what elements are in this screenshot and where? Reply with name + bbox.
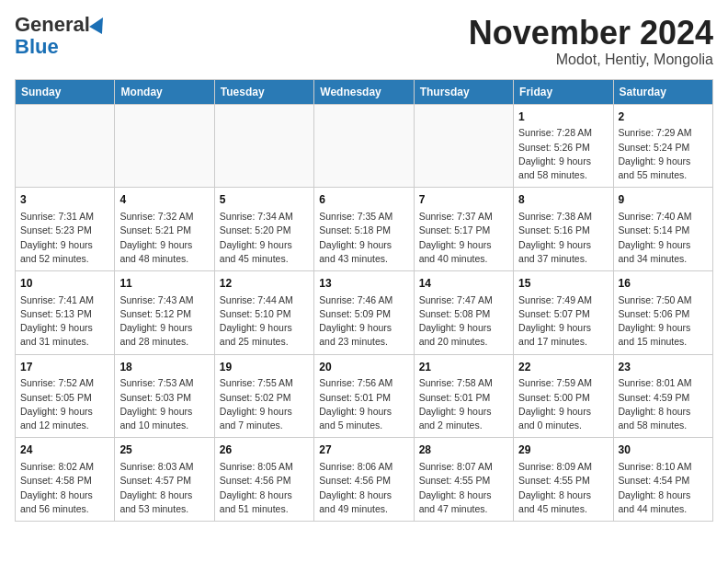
day-number: 11 <box>119 276 209 292</box>
calendar-week-row: 17Sunrise: 7:52 AM Sunset: 5:05 PM Dayli… <box>16 354 713 438</box>
location-subtitle: Modot, Hentiy, Mongolia <box>469 52 713 68</box>
day-info: Sunrise: 7:47 AM Sunset: 5:08 PM Dayligh… <box>419 293 508 350</box>
day-info: Sunrise: 7:49 AM Sunset: 5:07 PM Dayligh… <box>518 293 608 350</box>
day-info: Sunrise: 8:07 AM Sunset: 4:55 PM Dayligh… <box>419 460 508 516</box>
day-info: Sunrise: 7:53 AM Sunset: 5:03 PM Dayligh… <box>119 376 209 432</box>
day-number: 9 <box>619 192 708 208</box>
day-info: Sunrise: 7:58 AM Sunset: 5:01 PM Dayligh… <box>419 376 508 432</box>
calendar-weekday-header: Wednesday <box>314 79 414 104</box>
day-number: 28 <box>419 442 508 458</box>
day-info: Sunrise: 7:56 AM Sunset: 5:01 PM Dayligh… <box>319 376 408 432</box>
day-info: Sunrise: 8:03 AM Sunset: 4:57 PM Dayligh… <box>119 460 209 516</box>
calendar-day-cell: 22Sunrise: 7:59 AM Sunset: 5:00 PM Dayli… <box>514 354 613 438</box>
calendar-day-cell: 14Sunrise: 7:47 AM Sunset: 5:08 PM Dayli… <box>414 270 513 354</box>
day-number: 4 <box>119 192 209 208</box>
day-info: Sunrise: 7:50 AM Sunset: 5:06 PM Dayligh… <box>619 293 708 350</box>
day-number: 24 <box>20 442 109 458</box>
day-info: Sunrise: 7:38 AM Sunset: 5:16 PM Dayligh… <box>518 210 608 266</box>
day-info: Sunrise: 7:28 AM Sunset: 5:26 PM Dayligh… <box>518 126 608 182</box>
calendar-day-cell: 11Sunrise: 7:43 AM Sunset: 5:12 PM Dayli… <box>115 270 214 354</box>
calendar-day-cell <box>314 104 414 188</box>
day-number: 21 <box>419 360 508 375</box>
day-info: Sunrise: 7:35 AM Sunset: 5:18 PM Dayligh… <box>319 210 408 266</box>
day-info: Sunrise: 8:01 AM Sunset: 4:59 PM Dayligh… <box>619 376 708 432</box>
calendar-day-cell: 13Sunrise: 7:46 AM Sunset: 5:09 PM Dayli… <box>314 270 414 354</box>
calendar-header-row: SundayMondayTuesdayWednesdayThursdayFrid… <box>16 79 713 104</box>
day-number: 23 <box>619 360 708 375</box>
day-info: Sunrise: 7:29 AM Sunset: 5:24 PM Dayligh… <box>619 126 708 182</box>
calendar-day-cell: 7Sunrise: 7:37 AM Sunset: 5:17 PM Daylig… <box>414 188 513 271</box>
day-number: 12 <box>220 276 309 292</box>
day-number: 22 <box>518 360 608 375</box>
day-info: Sunrise: 7:34 AM Sunset: 5:20 PM Dayligh… <box>220 210 309 266</box>
day-number: 13 <box>319 276 408 292</box>
day-number: 10 <box>20 276 109 292</box>
calendar-day-cell: 28Sunrise: 8:07 AM Sunset: 4:55 PM Dayli… <box>414 438 513 522</box>
day-info: Sunrise: 7:40 AM Sunset: 5:14 PM Dayligh… <box>619 210 708 266</box>
day-info: Sunrise: 8:02 AM Sunset: 4:58 PM Dayligh… <box>20 460 109 516</box>
calendar-day-cell: 4Sunrise: 7:32 AM Sunset: 5:21 PM Daylig… <box>115 188 214 271</box>
calendar-day-cell: 21Sunrise: 7:58 AM Sunset: 5:01 PM Dayli… <box>414 354 513 438</box>
day-number: 19 <box>220 360 309 375</box>
calendar-day-cell: 20Sunrise: 7:56 AM Sunset: 5:01 PM Dayli… <box>314 354 414 438</box>
day-info: Sunrise: 7:32 AM Sunset: 5:21 PM Dayligh… <box>119 210 209 266</box>
calendar-day-cell: 26Sunrise: 8:05 AM Sunset: 4:56 PM Dayli… <box>214 438 313 522</box>
day-number: 29 <box>518 442 608 458</box>
calendar-day-cell: 1Sunrise: 7:28 AM Sunset: 5:26 PM Daylig… <box>514 104 613 188</box>
calendar-day-cell: 8Sunrise: 7:38 AM Sunset: 5:16 PM Daylig… <box>514 188 613 271</box>
day-number: 30 <box>619 442 708 458</box>
calendar-day-cell: 5Sunrise: 7:34 AM Sunset: 5:20 PM Daylig… <box>214 188 313 271</box>
day-number: 18 <box>119 360 209 375</box>
calendar-day-cell: 27Sunrise: 8:06 AM Sunset: 4:56 PM Dayli… <box>314 438 414 522</box>
calendar-day-cell: 24Sunrise: 8:02 AM Sunset: 4:58 PM Dayli… <box>16 438 115 522</box>
calendar-day-cell: 29Sunrise: 8:09 AM Sunset: 4:55 PM Dayli… <box>514 438 613 522</box>
day-info: Sunrise: 8:10 AM Sunset: 4:54 PM Dayligh… <box>619 460 708 516</box>
calendar-day-cell: 9Sunrise: 7:40 AM Sunset: 5:14 PM Daylig… <box>613 188 712 271</box>
day-number: 27 <box>319 442 408 458</box>
day-number: 6 <box>319 192 408 208</box>
calendar-week-row: 24Sunrise: 8:02 AM Sunset: 4:58 PM Dayli… <box>16 438 713 522</box>
day-number: 1 <box>518 109 608 125</box>
day-number: 15 <box>518 276 608 292</box>
calendar-day-cell: 6Sunrise: 7:35 AM Sunset: 5:18 PM Daylig… <box>314 188 414 271</box>
calendar-weekday-header: Sunday <box>16 79 115 104</box>
calendar-weekday-header: Friday <box>514 79 613 104</box>
day-info: Sunrise: 8:09 AM Sunset: 4:55 PM Dayligh… <box>518 460 608 516</box>
calendar-day-cell: 3Sunrise: 7:31 AM Sunset: 5:23 PM Daylig… <box>16 188 115 271</box>
calendar-day-cell: 30Sunrise: 8:10 AM Sunset: 4:54 PM Dayli… <box>613 438 712 522</box>
day-info: Sunrise: 7:59 AM Sunset: 5:00 PM Dayligh… <box>518 376 608 432</box>
day-info: Sunrise: 7:52 AM Sunset: 5:05 PM Dayligh… <box>20 376 109 432</box>
day-number: 26 <box>220 442 309 458</box>
day-number: 7 <box>419 192 508 208</box>
calendar-day-cell: 16Sunrise: 7:50 AM Sunset: 5:06 PM Dayli… <box>613 270 712 354</box>
day-info: Sunrise: 8:06 AM Sunset: 4:56 PM Dayligh… <box>319 460 408 516</box>
day-info: Sunrise: 7:41 AM Sunset: 5:13 PM Dayligh… <box>20 293 109 350</box>
calendar-day-cell: 12Sunrise: 7:44 AM Sunset: 5:10 PM Dayli… <box>214 270 313 354</box>
month-year-title: November 2024 <box>469 15 713 52</box>
day-number: 8 <box>518 192 608 208</box>
day-number: 25 <box>119 442 209 458</box>
page-header: General Blue November 2024 Modot, Hentiy… <box>15 15 713 68</box>
calendar-week-row: 1Sunrise: 7:28 AM Sunset: 5:26 PM Daylig… <box>16 104 713 188</box>
calendar-weekday-header: Thursday <box>414 79 513 104</box>
calendar-table: SundayMondayTuesdayWednesdayThursdayFrid… <box>15 79 713 522</box>
calendar-day-cell <box>115 104 214 188</box>
day-number: 16 <box>619 276 708 292</box>
calendar-weekday-header: Saturday <box>613 79 712 104</box>
day-number: 14 <box>419 276 508 292</box>
calendar-day-cell <box>414 104 513 188</box>
day-number: 5 <box>220 192 309 208</box>
day-number: 3 <box>20 192 109 208</box>
title-block: November 2024 Modot, Hentiy, Mongolia <box>469 15 713 68</box>
day-number: 17 <box>20 360 109 375</box>
day-info: Sunrise: 7:46 AM Sunset: 5:09 PM Dayligh… <box>319 293 408 350</box>
day-info: Sunrise: 7:37 AM Sunset: 5:17 PM Dayligh… <box>419 210 508 266</box>
calendar-day-cell: 15Sunrise: 7:49 AM Sunset: 5:07 PM Dayli… <box>514 270 613 354</box>
day-number: 2 <box>619 109 708 125</box>
logo-general-text: General <box>15 15 90 35</box>
day-info: Sunrise: 7:43 AM Sunset: 5:12 PM Dayligh… <box>119 293 209 350</box>
calendar-day-cell: 18Sunrise: 7:53 AM Sunset: 5:03 PM Dayli… <box>115 354 214 438</box>
calendar-day-cell: 23Sunrise: 8:01 AM Sunset: 4:59 PM Dayli… <box>613 354 712 438</box>
calendar-day-cell <box>214 104 313 188</box>
calendar-week-row: 3Sunrise: 7:31 AM Sunset: 5:23 PM Daylig… <box>16 188 713 271</box>
